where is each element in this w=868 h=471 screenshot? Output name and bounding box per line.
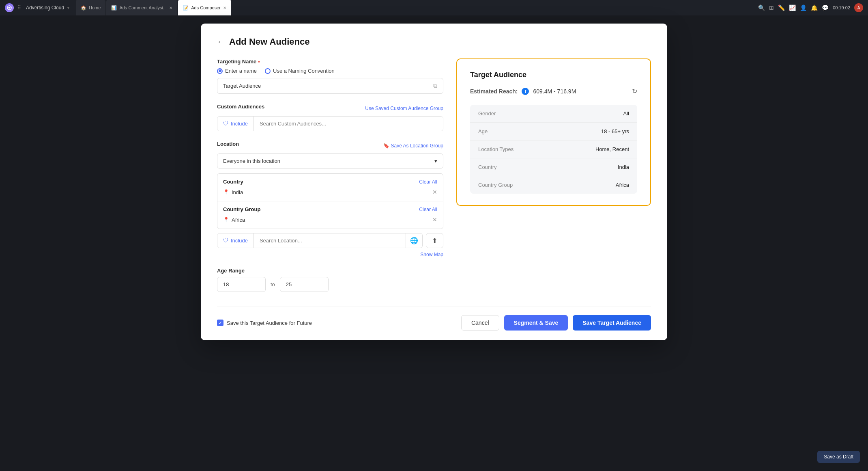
facebook-icon: f	[522, 88, 529, 95]
ads-comment-tab-label: Ads Comment Analysi...	[119, 5, 167, 10]
refresh-reach-btn[interactable]: ↻	[632, 87, 637, 95]
stat-row-country-group: Country Group Africa	[470, 176, 637, 194]
age-label: Age	[478, 128, 601, 134]
home-tab-label: Home	[89, 5, 101, 10]
location-search-wrap: 🛡 Include 🌐	[217, 233, 423, 248]
estimated-reach-label: Estimated Reach:	[470, 88, 518, 95]
globe-icon-btn[interactable]: 🌐	[406, 233, 422, 248]
modal-back-button[interactable]: ←	[217, 38, 224, 46]
modal-header: ← Add New Audience	[217, 37, 651, 47]
save-target-audience-button[interactable]: Save Target Audience	[573, 315, 651, 331]
radio-naming-convention[interactable]: Use a Naming Convention	[265, 68, 335, 74]
input-copy-icon: ⧉	[433, 82, 437, 89]
country-section-header: Country Clear All	[223, 179, 437, 185]
location-section: Location 🔖 Save As Location Group Everyo…	[217, 141, 443, 258]
user-icon[interactable]: 👤	[800, 4, 807, 11]
add-new-audience-modal: ← Add New Audience Targeting Name • Ente…	[201, 24, 667, 340]
stat-row-location-types: Location Types Home, Recent	[470, 140, 637, 158]
radio-enter-name[interactable]: Enter a name	[217, 68, 257, 74]
grid-icon[interactable]: ⊞	[769, 4, 774, 11]
topbar: ⠿ Advertising Cloud ▾ 🏠 Home 📊 Ads Comme…	[0, 0, 868, 15]
location-tags-box: Country Clear All 📍 India ✕	[217, 173, 443, 229]
message-icon[interactable]: 💬	[822, 4, 829, 11]
custom-audiences-input-row: 🛡 Include	[217, 116, 443, 131]
age-to-separator: to	[271, 281, 275, 287]
chart-icon[interactable]: 📈	[789, 4, 796, 11]
country-group-header: Country Group Clear All	[223, 206, 437, 212]
page-content: ← Add New Audience Targeting Name • Ente…	[0, 15, 868, 471]
show-map-link-wrap: Show Map	[217, 251, 443, 258]
stat-row-country: Country India	[470, 158, 637, 176]
tab-ads-composer[interactable]: 📝 Ads Composer ✕	[178, 0, 231, 15]
topbar-dots: ⠿	[17, 4, 21, 11]
save-future-checkbox[interactable]	[217, 320, 223, 326]
country-group-remove-africa-btn[interactable]: ✕	[432, 216, 437, 223]
location-search-input[interactable]	[254, 233, 406, 248]
everyone-in-location-dropdown[interactable]: Everyone in this location ▾	[217, 153, 443, 169]
app-logo	[5, 3, 14, 12]
upload-location-btn[interactable]: ⬆	[426, 233, 443, 248]
tab-ads-comment[interactable]: 📊 Ads Comment Analysi... ✕	[106, 0, 177, 15]
use-saved-group-link[interactable]: Use Saved Custom Audience Group	[365, 106, 443, 111]
ads-composer-tab-close[interactable]: ✕	[223, 6, 226, 10]
required-indicator: •	[258, 58, 260, 65]
country-clear-all-btn[interactable]: Clear All	[419, 179, 437, 185]
radio-naming-convention-circle	[265, 68, 271, 74]
custom-audiences-search-input[interactable]	[254, 117, 443, 131]
location-types-value: Home, Recent	[595, 146, 629, 152]
country-stat-value: India	[618, 164, 629, 170]
footer-buttons: Cancel Segment & Save Save Target Audien…	[461, 315, 651, 331]
bell-icon[interactable]: 🔔	[811, 4, 818, 11]
age-value: 18 - 65+ yrs	[601, 128, 629, 134]
targeting-name-section: Targeting Name • Enter a name Use a Nami…	[217, 58, 443, 94]
app-name-arrow: ▾	[67, 6, 69, 10]
ads-comment-tab-close[interactable]: ✕	[169, 6, 172, 10]
modal-footer: Save this Target Audience for Future Can…	[217, 307, 651, 331]
age-from-input[interactable]	[217, 277, 266, 292]
form-left-column: Targeting Name • Enter a name Use a Nami…	[217, 58, 443, 302]
segment-save-button[interactable]: Segment & Save	[504, 315, 568, 331]
stat-row-age: Age 18 - 65+ yrs	[470, 123, 637, 140]
gender-label: Gender	[478, 110, 623, 117]
country-remove-india-btn[interactable]: ✕	[432, 189, 437, 195]
country-group-stat-label: Country Group	[478, 182, 616, 188]
shield-icon: 🛡	[223, 121, 228, 127]
country-section-title: Country	[223, 179, 243, 185]
save-as-location-group-link[interactable]: 🔖 Save As Location Group	[383, 143, 443, 149]
location-shield-icon: 🛡	[223, 238, 228, 244]
custom-audiences-section: Custom Audiences Use Saved Custom Audien…	[217, 104, 443, 131]
country-group-section-title: Country Group	[223, 206, 260, 212]
bookmark-icon: 🔖	[383, 143, 389, 149]
upload-icon: ⬆	[432, 237, 437, 244]
cancel-button[interactable]: Cancel	[461, 315, 499, 331]
pin-icon-africa: 📍	[223, 217, 229, 223]
tab-home[interactable]: 🏠 Home	[76, 0, 105, 15]
time-display: 00:19:02	[833, 5, 850, 10]
radio-enter-name-circle	[217, 68, 223, 74]
include-location-row: 🛡 Include 🌐 ⬆	[217, 233, 443, 248]
search-icon[interactable]: 🔍	[758, 4, 765, 11]
target-audience-right-column: Target Audience Estimated Reach: f 609.4…	[456, 58, 651, 302]
stat-row-gender: Gender All	[470, 105, 637, 123]
app-name: Advertising Cloud	[26, 5, 64, 11]
age-to-input[interactable]	[280, 277, 329, 292]
audience-card-title: Target Audience	[470, 71, 637, 79]
naming-radio-group: Enter a name Use a Naming Convention	[217, 68, 443, 74]
country-tag-india: 📍 India ✕	[223, 188, 437, 196]
home-tab-icon: 🏠	[81, 5, 86, 11]
save-future-label: Save this Target Audience for Future	[227, 320, 312, 326]
targeting-name-label: Targeting Name •	[217, 58, 443, 65]
targeting-name-input[interactable]: Target Audience ⧉	[217, 78, 443, 94]
ads-composer-tab-icon: 📝	[183, 5, 189, 11]
topbar-tabs: 🏠 Home 📊 Ads Comment Analysi... ✕ 📝 Ads …	[76, 0, 755, 15]
pin-icon: 📍	[223, 189, 229, 195]
country-group-clear-all-btn[interactable]: Clear All	[419, 207, 437, 212]
custom-audiences-include-btn[interactable]: 🛡 Include	[217, 117, 254, 131]
user-avatar[interactable]: A	[854, 3, 863, 12]
country-group-tag-africa: 📍 Africa ✕	[223, 216, 437, 224]
show-map-link[interactable]: Show Map	[420, 252, 443, 257]
topbar-right: 🔍 ⊞ ✏️ 📈 👤 🔔 💬 00:19:02 A	[758, 3, 863, 12]
save-as-draft-btn[interactable]: Save as Draft	[817, 451, 860, 463]
location-include-btn[interactable]: 🛡 Include	[217, 233, 254, 248]
edit-icon[interactable]: ✏️	[778, 4, 785, 11]
